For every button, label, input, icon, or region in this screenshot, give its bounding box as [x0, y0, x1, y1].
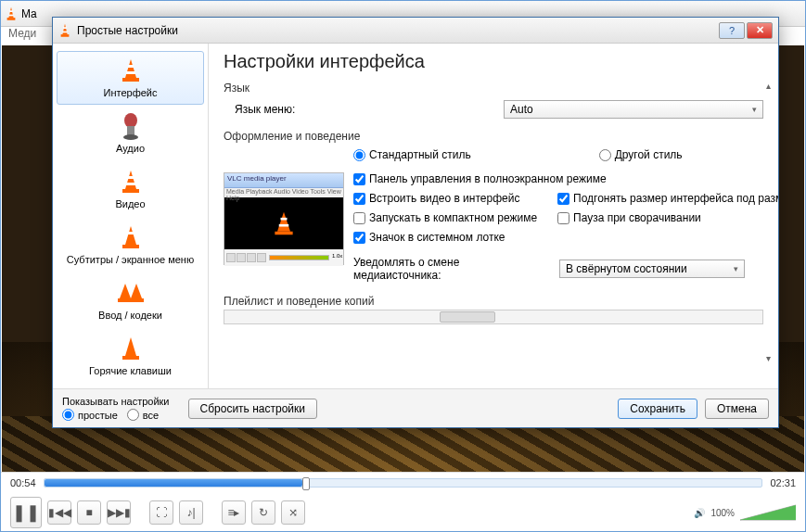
appearance-section-title: Оформление и поведение — [224, 130, 763, 143]
check-pause-minimize[interactable]: Пауза при сворачивании — [557, 211, 701, 224]
svg-marker-25 — [131, 284, 142, 298]
svg-rect-26 — [118, 298, 144, 302]
ext-settings-button[interactable]: ♪| — [179, 500, 203, 525]
svg-marker-17 — [125, 171, 136, 189]
svg-rect-28 — [122, 356, 139, 360]
dialog-footer: Показывать настройки простые все Сбросит… — [53, 388, 778, 427]
check-fullscreen-panel[interactable]: Панель управления в полноэкранном режиме — [353, 172, 778, 185]
time-current[interactable]: 00:54 — [10, 477, 36, 488]
dialog-title: Простые настройки — [77, 24, 178, 37]
svg-marker-6 — [62, 24, 67, 34]
svg-marker-24 — [120, 284, 131, 298]
svg-marker-0 — [8, 7, 13, 18]
fullscreen-button[interactable]: ⛶ — [149, 500, 173, 525]
svg-rect-22 — [122, 245, 139, 248]
settings-content: Настройки интерфейса ▴ Язык Язык меню: A… — [209, 44, 778, 388]
svg-marker-21 — [125, 226, 136, 245]
horizontal-scrollbar[interactable] — [224, 310, 763, 324]
svg-rect-13 — [126, 71, 135, 74]
show-settings-group: Показывать настройки простые все — [62, 396, 170, 421]
cancel-button[interactable]: Отмена — [705, 399, 769, 419]
check-embed-video[interactable]: Встроить видео в интерфейс — [353, 192, 539, 205]
svg-rect-31 — [281, 218, 288, 221]
radio-all[interactable]: все — [127, 409, 159, 421]
svg-marker-10 — [125, 59, 136, 78]
category-audio[interactable]: Аудио — [57, 107, 204, 160]
svg-rect-2 — [9, 10, 13, 12]
lang-section-title: Язык — [224, 82, 763, 95]
stop-button[interactable]: ■ — [77, 500, 101, 525]
svg-rect-23 — [128, 232, 134, 234]
svg-rect-12 — [128, 65, 134, 68]
category-input-codecs[interactable]: Ввод / кодеки — [57, 273, 204, 327]
svg-point-14 — [124, 113, 137, 128]
svg-rect-8 — [63, 27, 67, 29]
page-heading: Настройки интерфейса — [224, 51, 763, 72]
svg-rect-7 — [61, 34, 70, 37]
svg-rect-11 — [122, 78, 139, 82]
category-interface[interactable]: Интерфейс — [57, 51, 204, 105]
svg-rect-9 — [62, 31, 67, 32]
reset-button[interactable]: Сбросить настройки — [188, 399, 317, 419]
scroll-up-icon[interactable]: ▴ — [761, 79, 774, 92]
seek-bar[interactable] — [44, 478, 763, 488]
volume-label: 100% — [710, 508, 735, 518]
pause-button[interactable]: ❚❚ — [10, 497, 42, 528]
category-hotkeys[interactable]: Горячие клавиши — [57, 329, 204, 383]
vlc-icon — [5, 6, 18, 22]
help-button[interactable]: ? — [719, 22, 745, 39]
save-button[interactable]: Сохранить — [618, 399, 697, 419]
main-title: Ma — [21, 7, 37, 20]
svg-marker-29 — [277, 212, 290, 232]
lang-label: Язык меню: — [235, 103, 504, 116]
language-select[interactable]: Auto — [504, 100, 763, 119]
close-button[interactable]: ✕ — [747, 22, 773, 39]
check-compact[interactable]: Запускать в компактном режиме — [353, 211, 539, 224]
svg-rect-1 — [7, 18, 16, 20]
dialog-titlebar[interactable]: Простые настройки ? ✕ — [53, 18, 778, 44]
playlist-button[interactable]: ≡▸ — [222, 500, 246, 525]
svg-rect-32 — [279, 224, 289, 227]
radio-simple[interactable]: простые — [62, 409, 118, 421]
radio-native-style[interactable]: Стандартный стиль — [353, 148, 471, 161]
scroll-down-icon[interactable]: ▾ — [761, 351, 774, 364]
check-systray[interactable]: Значок в системном лотке — [353, 231, 778, 244]
preferences-dialog: Простые настройки ? ✕ Интерфейс Аудио Ви… — [52, 17, 779, 428]
category-subtitles[interactable]: Субтитры / экранное меню — [57, 218, 204, 272]
svg-rect-19 — [128, 176, 134, 179]
radio-other-style[interactable]: Другой стиль — [599, 148, 683, 161]
notify-select[interactable]: В свёрнутом состоянии — [559, 260, 745, 278]
svg-marker-27 — [125, 337, 136, 356]
vlc-icon — [58, 22, 71, 39]
svg-rect-3 — [8, 14, 13, 16]
shuffle-button[interactable]: ⤨ — [281, 500, 305, 525]
next-button[interactable]: ▶▶▮ — [107, 500, 131, 525]
notify-label: Уведомлять о смене медиаисточника: — [353, 256, 550, 282]
loop-button[interactable]: ↻ — [251, 500, 275, 525]
interface-preview: VLC media player Media Playback Audio Vi… — [224, 172, 344, 265]
speaker-icon[interactable]: 🔊 — [694, 508, 705, 518]
svg-rect-20 — [126, 183, 135, 185]
svg-rect-30 — [275, 232, 292, 235]
playlist-section-title: Плейлист и поведение копий — [224, 295, 763, 308]
check-resize-interface[interactable]: Подгонять размер интерфейса под разме — [557, 192, 778, 205]
svg-rect-18 — [122, 189, 139, 193]
svg-point-16 — [123, 134, 138, 140]
bottom-controls: 00:54 02:31 ❚❚ ▮◀◀ ■ ▶▶▮ ⛶ ♪| ≡▸ ↻ ⤨ 🔊 1… — [1, 472, 805, 531]
category-video[interactable]: Видео — [57, 162, 204, 216]
time-total[interactable]: 02:31 — [770, 477, 796, 488]
prev-button[interactable]: ▮◀◀ — [47, 500, 71, 525]
volume-slider[interactable] — [740, 503, 796, 522]
category-sidebar: Интерфейс Аудио Видео Субтитры / экранно… — [53, 44, 209, 388]
